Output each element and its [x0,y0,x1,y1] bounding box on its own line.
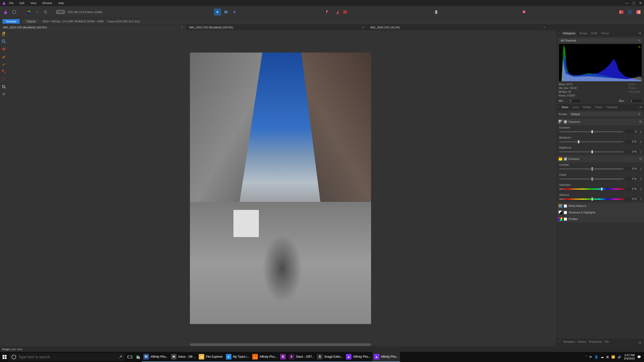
tab-details[interactable]: Details [581,105,593,110]
menu-view[interactable]: View [30,2,36,5]
taskbar-app[interactable]: N [279,352,287,362]
spinner-icon[interactable]: ▲▼ [640,188,641,191]
doc-tab-1[interactable]: IMG_2823.CR2 [Modified] (100.0%) × [0,25,186,30]
tray-dropbox-icon[interactable]: ⊞ [606,355,609,359]
overlay-gradient-tool-icon[interactable] [1,69,7,74]
doc-tab-2[interactable]: IMG_2822.CR2 [Modified] (100.0%) × [186,25,367,30]
contrast-value[interactable]: 0 % [625,167,637,170]
vibrance-value[interactable]: 0 % [625,197,637,201]
notification-icon[interactable]: 💬 [637,355,641,359]
tool-rgb-icon[interactable] [25,9,32,16]
tray-volume-icon[interactable]: 🔊 [618,355,621,359]
taskbar-app[interactable]: ▲Affinity Pho... [372,352,400,362]
menu-edit[interactable]: Edit [20,2,24,5]
panel-menu-icon[interactable]: ▪▾ [637,105,644,110]
crop-tool-icon[interactable] [1,84,7,89]
menu-file[interactable]: File [9,2,14,5]
menu-help[interactable]: Help [58,2,64,5]
blackpoint-value[interactable]: 0 % [625,140,637,143]
tab-basic[interactable]: Basic [560,105,571,110]
tab-overlays[interactable]: Overlays [605,105,619,110]
clock[interactable]: 3:27 PM 2/4/2019 [624,354,635,360]
brightness-value[interactable]: 0 % [625,150,637,153]
tab-close-icon[interactable]: × [543,26,545,29]
exposure-section-header[interactable]: Exposure ⟲ [557,118,644,125]
hand-tool-icon[interactable] [1,31,7,37]
clarity-value[interactable]: 0 % [625,177,637,180]
blemish-tool-icon[interactable] [1,76,7,82]
vibrance-slider[interactable] [559,199,623,200]
sh-section-header[interactable]: Shadows & Highlights [557,209,644,216]
tray-wifi-icon[interactable]: 📶 [611,355,615,359]
exposure-slider[interactable] [559,131,623,132]
tab-close-icon[interactable]: × [181,26,183,29]
tag-icon[interactable] [521,9,528,16]
doc-tab-3[interactable]: IMG_2820.CR2 (26.3%) × [367,25,548,30]
taskbar-app[interactable]: ✉Inbox - Ziff ... [170,352,197,362]
saturation-value[interactable]: 0 % [625,187,637,191]
tab-tones[interactable]: Tones [593,105,604,110]
spinner-icon[interactable]: ▲▼ [640,150,641,153]
min-input[interactable] [569,99,581,103]
tray-people-icon[interactable]: 👤 [594,355,598,359]
search-box[interactable]: 🎤 [9,353,125,361]
grip-icon[interactable]: ⠿ [559,340,561,345]
wb-toggle[interactable] [564,204,567,208]
mic-icon[interactable]: 🎤 [119,355,122,359]
reset-icon[interactable]: ⟲ [639,157,642,161]
tab-info[interactable]: Info [604,340,609,345]
tab-focus[interactable]: Focus [599,31,611,36]
sh-toggle[interactable] [564,211,567,214]
tray-sync-icon[interactable]: ⟳ [589,355,592,359]
tab-scope[interactable]: Scope [577,31,589,36]
tab-history[interactable]: History [578,340,586,345]
taskbar-app[interactable]: SSnagit Edito... [315,352,344,362]
search-input[interactable] [19,355,116,359]
clarity-slider[interactable] [559,178,623,179]
spinner-icon[interactable]: ▲▼ [640,167,641,170]
saturation-slider[interactable] [559,189,623,190]
taskbar-app[interactable]: ▲Affinity Pho... [344,352,372,362]
tab-snapshots[interactable]: Snapshots [589,340,602,345]
horizontal-scrollbar[interactable] [190,343,371,346]
maximize-icon[interactable]: ▢ [632,1,635,5]
task-view-icon[interactable] [126,352,134,362]
panel-menu-icon[interactable]: ▪▾ [636,31,643,36]
clip-tones-icon[interactable] [342,9,349,16]
overlay-paint-tool-icon[interactable] [1,54,7,59]
tray-cloud-icon[interactable]: ☁ [601,355,604,359]
persona-photo-icon[interactable] [2,9,9,16]
panel-menu-icon[interactable]: ▪▾ [637,340,642,345]
enhance-toggle[interactable] [564,157,567,161]
zoom-tool-icon[interactable] [1,39,7,44]
taskbar-app[interactable]: WAffinity Pho... [142,352,170,362]
tool-measure-icon[interactable] [33,9,41,16]
max-input[interactable] [629,99,642,103]
single-view-icon[interactable] [214,9,221,16]
reset-icon[interactable]: ⟲ [639,120,642,124]
layout1-icon[interactable] [618,9,625,16]
contrast-slider[interactable] [559,168,623,169]
layout3-icon[interactable] [635,9,642,16]
overlay-erase-tool-icon[interactable] [1,61,7,67]
mirror-view-icon[interactable] [231,9,238,16]
spinner-icon[interactable]: ▲▼ [640,130,641,133]
profiles-toggle[interactable] [564,217,567,221]
tray-expand-icon[interactable]: ˄ [585,355,587,359]
wb-tool-icon[interactable] [1,92,7,97]
profiles-section-header[interactable]: Profiles [557,216,644,222]
canvas[interactable] [8,30,553,346]
taskbar-app[interactable]: 🦊Affinity Pho... [251,352,278,362]
blackpoint-slider[interactable] [559,141,623,142]
tab-histogram[interactable]: Histogram [561,31,577,36]
cancel-button[interactable]: Cancel [23,19,39,24]
tool-sync-icon[interactable] [42,9,49,16]
store-icon[interactable]: 🛍️ [134,352,142,362]
split-view-icon[interactable] [222,9,229,16]
start-button[interactable] [1,352,8,362]
clip-highlights-icon[interactable] [333,9,340,16]
preset-dropdown[interactable]: Default [569,112,642,116]
grip-icon[interactable]: ⠿ [557,105,560,110]
orientation-icon[interactable] [433,9,440,16]
layout2-icon[interactable] [626,9,633,16]
